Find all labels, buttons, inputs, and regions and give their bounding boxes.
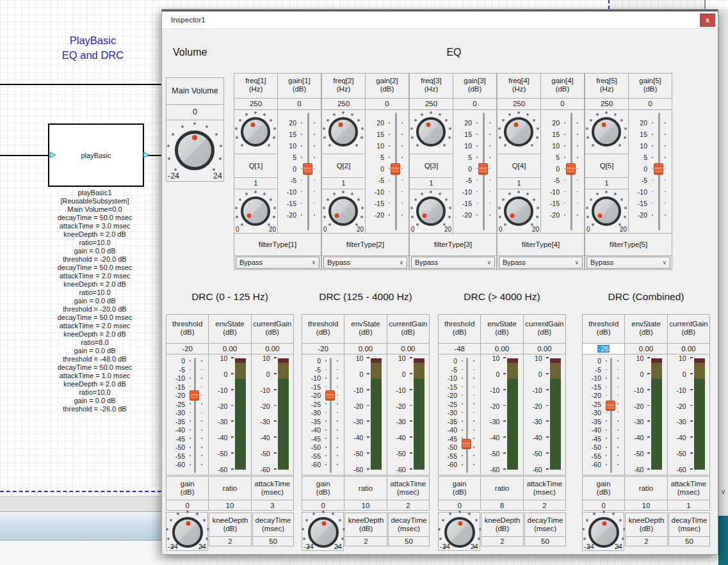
main-volume-knob[interactable] xyxy=(175,131,214,170)
gain-value[interactable]: 0 xyxy=(439,500,480,510)
close-button[interactable]: x xyxy=(700,13,715,27)
decaytime-value[interactable]: 50 xyxy=(525,537,565,546)
tick-label: -50 xyxy=(344,450,365,458)
attacktime-value[interactable]: 3 xyxy=(252,500,293,510)
kneedepth-value[interactable]: 2 xyxy=(481,537,523,546)
kneedepth-value[interactable]: 2 xyxy=(209,537,251,546)
currentgain-header: currentGain (dB) xyxy=(387,315,429,343)
ratio-value[interactable]: 8 xyxy=(481,500,522,510)
q-knob[interactable] xyxy=(592,196,621,226)
knob-face xyxy=(504,117,533,147)
q-knob[interactable] xyxy=(328,196,358,226)
gain-value[interactable]: 0 xyxy=(166,500,208,510)
slider-handle[interactable] xyxy=(566,163,576,175)
filter-type-dropdown[interactable]: Bypass ∨ xyxy=(323,257,407,269)
freq-knob[interactable] xyxy=(416,117,446,147)
filter-type-dropdown[interactable]: Bypass ∨ xyxy=(411,257,495,269)
slider-handle[interactable] xyxy=(391,163,400,175)
threshold-value[interactable]: -26 xyxy=(583,344,624,354)
tick-label: -40 xyxy=(584,426,603,434)
freq-knob[interactable] xyxy=(241,117,270,147)
slider-track[interactable] xyxy=(610,358,612,473)
slider-handle[interactable] xyxy=(462,439,471,449)
drc-heading: DRC (125 - 4000 Hz) xyxy=(302,291,430,303)
gain-value[interactable]: 0 xyxy=(583,500,624,510)
gain-value[interactable]: 0 xyxy=(629,99,672,109)
slider-handle[interactable] xyxy=(654,163,663,175)
gain-value[interactable]: 0 xyxy=(541,99,584,109)
decaytime-value[interactable]: 50 xyxy=(389,537,429,546)
slider-handle[interactable] xyxy=(325,390,335,401)
freq-value[interactable]: 250 xyxy=(585,99,628,109)
q-value[interactable]: 1 xyxy=(234,178,277,189)
currentgain-header: currentGain (dB) xyxy=(668,315,709,343)
q-knob[interactable] xyxy=(416,196,446,226)
value-text: 250 xyxy=(513,100,525,107)
attacktime-value[interactable]: 2 xyxy=(524,500,565,510)
q-knob-cell: 0 20 xyxy=(322,189,365,233)
freq-value[interactable]: 250 xyxy=(322,99,365,109)
gain-value[interactable]: 0 xyxy=(366,99,408,109)
chevron-down-icon: ∨ xyxy=(311,257,316,268)
playbasic-block[interactable]: playBasic xyxy=(48,123,144,187)
threshold-value[interactable]: -20 xyxy=(302,344,344,354)
freq-value[interactable]: 250 xyxy=(234,99,277,109)
q-value[interactable]: 1 xyxy=(585,178,628,189)
eq-channel: freq[1] (Hz) gain[1] (dB) 250 0 Q[1] xyxy=(234,73,321,270)
q-knob[interactable] xyxy=(241,196,270,226)
envstate-meter: 10 0 -10 -20 -30 -40 -50 -60 xyxy=(344,354,386,475)
filter-type-dropdown[interactable]: Bypass ∨ xyxy=(499,257,583,269)
drc-group: DRC (Combined) threshold (dB) envState (… xyxy=(582,291,710,555)
tick-label: -35 xyxy=(440,418,459,426)
slider-track[interactable] xyxy=(466,358,468,473)
drc-group: DRC (> 4000 Hz) threshold (dB) envState … xyxy=(438,291,566,555)
chevron-down-icon[interactable]: ∨ xyxy=(718,488,728,496)
knob-indicator-dot xyxy=(598,214,603,218)
freq-knob[interactable] xyxy=(328,117,358,147)
attacktime-value[interactable]: 2 xyxy=(387,500,429,510)
threshold-value[interactable]: -48 xyxy=(439,344,480,354)
decaytime-value[interactable]: 50 xyxy=(669,537,709,546)
slider-handle[interactable] xyxy=(606,401,615,411)
decaytime-value[interactable]: 50 xyxy=(253,537,293,546)
gain-value[interactable]: 0 xyxy=(302,500,344,510)
gain-label: gain[3] xyxy=(453,77,496,85)
gain-value[interactable]: 0 xyxy=(278,99,321,109)
output-port-icon xyxy=(143,152,150,158)
freq-knob[interactable] xyxy=(592,117,621,147)
envstate-header: envState (dB) xyxy=(344,315,386,343)
ratio-value[interactable]: 10 xyxy=(625,500,667,510)
freq-knob[interactable] xyxy=(504,117,533,147)
filter-type-dropdown[interactable]: Bypass ∨ xyxy=(586,257,670,269)
gain-value[interactable]: 0 xyxy=(453,99,496,109)
freq-label: freq[4] xyxy=(497,77,540,85)
slider-track[interactable] xyxy=(194,358,196,473)
slider-handle[interactable] xyxy=(303,163,312,175)
freq-value[interactable]: 250 xyxy=(410,99,453,109)
attacktime-value[interactable]: 1 xyxy=(668,500,709,510)
freq-value[interactable]: 250 xyxy=(497,99,540,109)
main-volume-knob-cell: -24 24 xyxy=(166,120,223,181)
gain-header: gain[4] (dB) xyxy=(541,74,584,98)
window-titlebar[interactable]: Inspector1 xyxy=(162,12,718,29)
value-text: 50 xyxy=(405,537,413,545)
threshold-value[interactable]: -20 xyxy=(166,344,208,354)
tick-label: -55 xyxy=(303,452,323,460)
kneedepth-value[interactable]: 2 xyxy=(626,537,667,546)
filter-type-dropdown[interactable]: Bypass ∨ xyxy=(236,257,320,269)
tick-label: 0 xyxy=(344,370,365,378)
tick-label: 0 xyxy=(440,357,459,365)
slider-handle[interactable] xyxy=(190,390,199,401)
main-volume-value[interactable]: 0 xyxy=(166,105,223,120)
gain-unit: (dB) xyxy=(541,85,584,93)
ratio-value[interactable]: 10 xyxy=(344,500,386,510)
slider-handle[interactable] xyxy=(478,163,488,175)
kneedepth-value[interactable]: 2 xyxy=(345,537,387,546)
q-value[interactable]: 1 xyxy=(497,178,540,189)
q-value[interactable]: 1 xyxy=(322,178,365,189)
kneedepth-box: kneeDepth (dB) 2 xyxy=(625,513,668,546)
ratio-value[interactable]: 10 xyxy=(209,500,250,510)
q-knob[interactable] xyxy=(504,196,533,226)
q-value[interactable]: 1 xyxy=(410,178,453,189)
slider-track[interactable] xyxy=(330,358,332,473)
